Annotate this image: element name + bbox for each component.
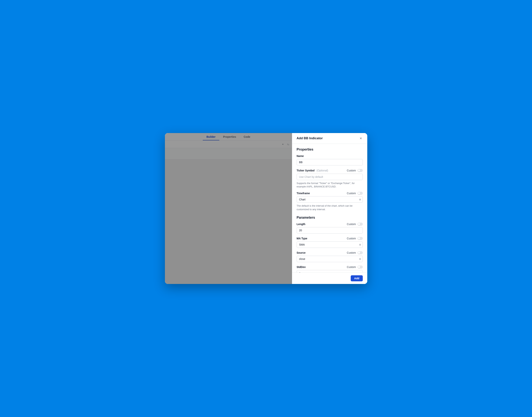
length-label: Length bbox=[297, 223, 306, 226]
source-label: Source bbox=[297, 251, 306, 254]
ticker-label: Ticker Symbol bbox=[297, 169, 315, 172]
ticker-custom-toggle[interactable] bbox=[358, 169, 363, 172]
side-panel: Add BB Indicator ✕ Properties Name bbox=[292, 133, 367, 284]
timeframe-label: Timeframe bbox=[297, 192, 310, 195]
stddev-custom-label: Custom bbox=[347, 266, 356, 269]
ticker-help: Supports the format "Ticker" or "Exchang… bbox=[297, 182, 363, 188]
field-length: Length Custom bbox=[297, 223, 363, 234]
timeframe-custom-label: Custom bbox=[347, 192, 356, 195]
panel-title: Add BB Indicator bbox=[297, 136, 323, 140]
stddev-label: StdDev bbox=[297, 266, 306, 269]
close-icon: ✕ bbox=[360, 137, 362, 140]
stddev-custom-toggle[interactable] bbox=[358, 266, 363, 269]
field-ticker: Ticker Symbol (Optional) Custom Supports… bbox=[297, 169, 363, 188]
name-label: Name bbox=[297, 155, 304, 157]
source-select[interactable]: close bbox=[297, 256, 363, 262]
length-custom-toggle[interactable] bbox=[358, 223, 363, 226]
main-area: Builder Properties Code + ↑↓ bbox=[165, 133, 292, 284]
source-custom-toggle[interactable] bbox=[358, 251, 363, 254]
field-name: Name bbox=[297, 155, 363, 165]
ticker-optional: (Optional) bbox=[317, 169, 328, 172]
field-matype: MA Type Custom SMA ▴▾ bbox=[297, 237, 363, 248]
add-button[interactable]: Add bbox=[351, 275, 362, 281]
matype-label: MA Type bbox=[297, 237, 308, 240]
stddev-input[interactable] bbox=[297, 270, 363, 272]
app-window: Builder Properties Code + ↑↓ Add BB Indi… bbox=[165, 133, 367, 284]
field-timeframe: Timeframe Custom Chart ▴▾ The default is… bbox=[297, 192, 363, 211]
field-source: Source Custom close ▴▾ bbox=[297, 251, 363, 262]
name-input[interactable] bbox=[297, 159, 363, 165]
panel-body: Properties Name Ticker Symbol (Optional) bbox=[292, 144, 367, 272]
length-custom-label: Custom bbox=[347, 223, 356, 226]
timeframe-select[interactable]: Chart bbox=[297, 196, 363, 203]
timeframe-custom-toggle[interactable] bbox=[358, 192, 363, 195]
matype-select[interactable]: SMA bbox=[297, 241, 363, 248]
timeframe-help: The default is the interval of the chart… bbox=[297, 204, 363, 211]
section-parameters-title: Parameters bbox=[297, 216, 363, 219]
close-button[interactable]: ✕ bbox=[359, 136, 363, 140]
modal-overlay[interactable] bbox=[165, 133, 292, 284]
matype-custom-toggle[interactable] bbox=[358, 237, 363, 240]
ticker-custom-label: Custom bbox=[347, 169, 356, 172]
length-input[interactable] bbox=[297, 227, 363, 234]
panel-footer: Add bbox=[292, 272, 367, 284]
source-custom-label: Custom bbox=[347, 251, 356, 254]
section-properties-title: Properties bbox=[297, 147, 363, 151]
ticker-input[interactable] bbox=[297, 174, 363, 180]
matype-custom-label: Custom bbox=[347, 237, 356, 240]
panel-header: Add BB Indicator ✕ bbox=[292, 133, 367, 144]
field-stddev: StdDev Custom bbox=[297, 266, 363, 272]
